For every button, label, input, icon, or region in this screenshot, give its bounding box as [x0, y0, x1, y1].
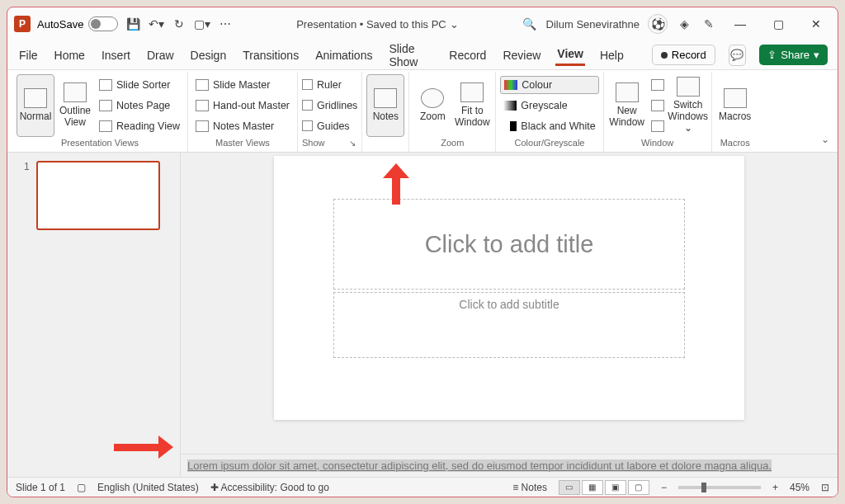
new-window-button[interactable]: New Window — [608, 74, 646, 137]
tab-transitions[interactable]: Transitions — [241, 45, 300, 65]
zoom-out-button[interactable]: − — [661, 482, 667, 493]
comments-button[interactable]: 💬 — [729, 45, 747, 66]
slide-sorter-icon — [99, 79, 112, 91]
notes-button[interactable]: Notes — [366, 74, 404, 137]
normal-view-button[interactable]: Normal — [17, 74, 54, 137]
collapse-ribbon-icon[interactable]: ⌄ — [821, 134, 829, 145]
tab-draw[interactable]: Draw — [145, 45, 176, 65]
split-icon — [651, 120, 664, 132]
macros-button[interactable]: Macros — [716, 74, 754, 137]
fit-to-window-button[interactable]: Fit to Window — [453, 74, 491, 137]
toggle-off-icon[interactable] — [88, 16, 118, 31]
notes-master-button[interactable]: Notes Master — [192, 117, 293, 135]
save-icon[interactable]: 💾 — [125, 16, 141, 32]
switch-windows-button[interactable]: Switch Windows ⌄ — [669, 74, 707, 137]
subtitle-placeholder[interactable]: Click to add subtitle — [333, 292, 685, 358]
chevron-down-icon: ▾ — [814, 49, 819, 61]
slide-master-button[interactable]: Slide Master — [192, 76, 293, 94]
cascade-button[interactable] — [648, 97, 668, 115]
titlebar-right: 🔍 Dilum Senevirathne ⚽ ◈ ✎ — ▢ ✕ — [522, 9, 831, 39]
slide-sorter-button[interactable]: Slide Sorter — [96, 76, 183, 94]
zoom-handle-icon[interactable] — [701, 483, 706, 492]
zoom-in-button[interactable]: + — [772, 482, 778, 493]
tab-animations[interactable]: Animations — [314, 45, 374, 65]
slideshow-view-btn[interactable]: ▢ — [628, 480, 649, 495]
slide-counter[interactable]: Slide 1 of 1 — [16, 482, 65, 493]
slide-thumbnail[interactable] — [36, 161, 160, 230]
search-icon[interactable]: 🔍 — [522, 16, 538, 32]
tab-review[interactable]: Review — [501, 45, 542, 65]
notes-master-label: Notes Master — [213, 120, 274, 132]
record-button[interactable]: Record — [652, 45, 715, 65]
spellcheck-icon[interactable]: ▢ — [77, 482, 86, 493]
guides-checkbox[interactable]: Guides — [302, 117, 357, 135]
dialog-launcher-icon[interactable]: ↘ — [349, 139, 356, 148]
tab-home[interactable]: Home — [53, 45, 87, 65]
notes-page-button[interactable]: Notes Page — [96, 97, 183, 115]
notes-icon — [374, 88, 397, 108]
undo-icon[interactable]: ↶▾ — [148, 16, 164, 32]
greyscale-icon — [503, 101, 517, 111]
document-title-text: Presentation • Saved to this PC — [296, 18, 446, 31]
reading-view-btn[interactable]: ▣ — [605, 480, 626, 495]
slide-master-icon — [196, 79, 209, 91]
pen-icon[interactable]: ✎ — [701, 16, 717, 32]
minimize-button[interactable]: — — [725, 9, 755, 39]
share-button-label: Share — [781, 49, 810, 61]
share-button[interactable]: ⇪Share▾ — [759, 45, 828, 65]
view-buttons: ▭ ▦ ▣ ▢ — [559, 480, 649, 495]
language-status[interactable]: English (United States) — [97, 482, 199, 493]
arrange-all-button[interactable] — [648, 76, 668, 94]
autosave-label: AutoSave — [37, 18, 83, 31]
greyscale-label: Greyscale — [521, 100, 567, 111]
thumbnail-row[interactable]: 1 — [24, 161, 180, 230]
group-label: Show — [302, 138, 325, 148]
tab-insert[interactable]: Insert — [100, 45, 132, 65]
reading-view-button[interactable]: Reading View — [96, 117, 183, 135]
handout-master-icon — [196, 100, 209, 111]
black-white-button[interactable]: Black and White — [500, 117, 598, 135]
slide-canvas[interactable]: Click to add title Click to add subtitle — [274, 156, 744, 420]
new-window-label: New Window — [608, 105, 646, 128]
close-button[interactable]: ✕ — [801, 9, 831, 39]
colour-button[interactable]: Colour — [500, 76, 598, 94]
user-avatar-icon[interactable]: ⚽ — [648, 14, 668, 34]
fit-window-label: Fit to Window — [453, 105, 491, 128]
tab-design[interactable]: Design — [189, 45, 229, 65]
accessibility-status[interactable]: ✚ Accessibility: Good to go — [210, 482, 329, 493]
notes-toggle[interactable]: ≡ Notes — [512, 482, 547, 493]
gridlines-checkbox[interactable]: Gridlines — [302, 97, 357, 115]
notes-toggle-label: Notes — [522, 482, 547, 493]
present-icon[interactable]: ▢▾ — [194, 16, 210, 32]
maximize-button[interactable]: ▢ — [763, 9, 793, 39]
tab-view[interactable]: View — [555, 44, 585, 66]
tab-help[interactable]: Help — [598, 45, 625, 65]
notes-pane[interactable]: Lorem ipsum dolor sit amet, consectetur … — [181, 454, 838, 477]
group-label: Window — [608, 137, 707, 150]
split-button[interactable] — [648, 117, 668, 135]
tab-slideshow[interactable]: Slide Show — [387, 39, 434, 72]
handout-master-button[interactable]: Hand-out Master — [192, 97, 293, 115]
zoom-slider[interactable] — [678, 486, 761, 489]
outline-view-button[interactable]: Outline View — [56, 74, 94, 137]
notes-text[interactable]: Lorem ipsum dolor sit amet, consectetur … — [187, 459, 772, 472]
title-placeholder[interactable]: Click to add title — [333, 199, 685, 290]
redo-icon[interactable]: ↻ — [171, 16, 187, 32]
ruler-checkbox[interactable]: Ruler — [302, 76, 357, 94]
diamond-icon[interactable]: ◈ — [676, 16, 692, 32]
canvas-scroll[interactable]: Click to add title Click to add subtitle — [181, 153, 838, 454]
fit-slide-button[interactable]: ⊡ — [821, 482, 829, 493]
editor-area: 1 Click to add title Click to add subtit… — [7, 153, 838, 477]
normal-view-btn[interactable]: ▭ — [559, 480, 580, 495]
group-presentation-views: Normal Outline View Slide Sorter Notes P… — [12, 72, 188, 152]
tab-file[interactable]: File — [17, 45, 40, 65]
zoom-level[interactable]: 45% — [790, 482, 810, 493]
zoom-button[interactable]: Zoom — [413, 74, 451, 137]
zoom-label: Zoom — [420, 111, 446, 122]
autosave-toggle[interactable]: AutoSave — [37, 16, 118, 31]
tab-record[interactable]: Record — [447, 45, 488, 65]
sorter-view-btn[interactable]: ▦ — [582, 480, 603, 495]
chevron-down-icon[interactable]: ⌄ — [450, 18, 459, 31]
greyscale-button[interactable]: Greyscale — [500, 97, 598, 115]
customize-qat-icon[interactable]: ⋯ — [217, 16, 234, 32]
